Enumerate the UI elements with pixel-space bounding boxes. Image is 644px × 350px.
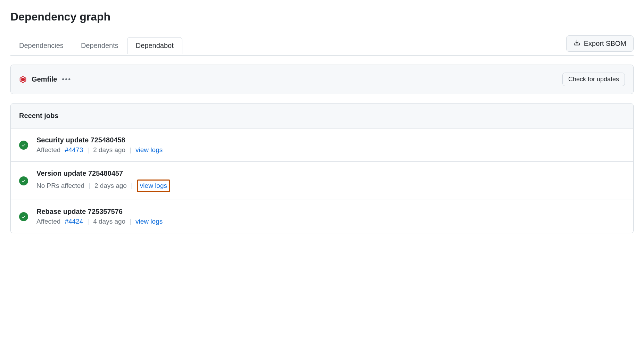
job-title: Rebase update 725357576 (36, 208, 625, 216)
export-sbom-label: Export SBOM (584, 40, 626, 48)
separator: | (130, 146, 131, 154)
separator: | (131, 182, 133, 190)
job-row: Version update 725480457 No PRs affected… (11, 162, 633, 200)
job-affected-label: Affected (36, 146, 60, 154)
recent-jobs-card: Recent jobs Security update 725480458 Af… (10, 103, 634, 233)
tab-bar: Dependencies Dependents Dependabot Expor… (10, 35, 634, 56)
job-row: Rebase update 725357576 Affected #4424 |… (11, 200, 633, 233)
check-for-updates-button[interactable]: Check for updates (562, 73, 625, 86)
gemfile-label: Gemfile (32, 75, 57, 83)
separator: | (89, 182, 90, 190)
success-check-icon (19, 176, 28, 185)
job-time: 2 days ago (94, 182, 127, 190)
view-logs-link[interactable]: view logs (135, 218, 163, 225)
job-time: 2 days ago (93, 146, 125, 154)
kebab-menu-icon[interactable]: ••• (62, 75, 71, 83)
separator: | (130, 218, 131, 225)
view-logs-link[interactable]: view logs (135, 146, 163, 154)
job-title: Version update 725480457 (36, 169, 625, 177)
separator: | (87, 218, 89, 225)
tab-dependencies[interactable]: Dependencies (10, 37, 72, 54)
job-time: 4 days ago (93, 218, 125, 225)
pr-link[interactable]: #4424 (65, 218, 83, 225)
success-check-icon (19, 212, 28, 221)
pr-link[interactable]: #4473 (65, 146, 83, 154)
gemfile-card: Gemfile ••• Check for updates (10, 65, 634, 94)
tab-dependents[interactable]: Dependents (72, 37, 127, 54)
page-title: Dependency graph (10, 10, 634, 27)
download-icon (573, 39, 580, 48)
ruby-icon (19, 76, 27, 83)
export-sbom-button[interactable]: Export SBOM (566, 35, 634, 52)
success-check-icon (19, 141, 28, 150)
job-affected-label: Affected (36, 218, 60, 225)
recent-jobs-header: Recent jobs (11, 103, 633, 128)
view-logs-link[interactable]: view logs (137, 180, 170, 192)
tab-dependabot[interactable]: Dependabot (127, 37, 182, 54)
job-title: Security update 725480458 (36, 136, 625, 144)
job-affected-label: No PRs affected (36, 182, 84, 190)
job-row: Security update 725480458 Affected #4473… (11, 128, 633, 162)
separator: | (87, 146, 89, 154)
